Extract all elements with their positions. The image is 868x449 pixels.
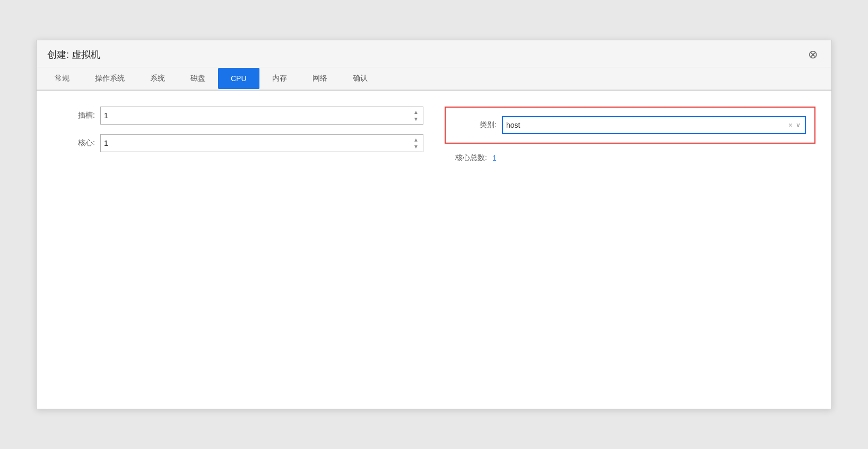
right-section-highlighted: 类别: × ∨ xyxy=(445,107,815,144)
cores-input-wrap: ▲ ▼ xyxy=(100,134,423,152)
tab-bar: 常规 操作系统 系统 磁盘 CPU 内存 网络 确认 xyxy=(37,67,831,91)
cores-row: 核心: ▲ ▼ xyxy=(53,134,423,152)
slots-spinner: ▲ ▼ xyxy=(412,109,420,122)
tab-general[interactable]: 常规 xyxy=(42,67,82,90)
slots-input-wrap: ▲ ▼ xyxy=(100,107,423,125)
close-button[interactable]: ⊗ xyxy=(805,48,821,61)
tab-disk[interactable]: 磁盘 xyxy=(178,67,218,90)
dialog-header: 创建: 虚拟机 ⊗ xyxy=(37,40,831,67)
cores-spinner: ▲ ▼ xyxy=(412,137,420,150)
category-dropdown-button[interactable]: ∨ xyxy=(795,122,802,128)
cores-increment[interactable]: ▲ xyxy=(412,137,420,143)
category-clear-button[interactable]: × xyxy=(786,121,795,129)
dialog: 创建: 虚拟机 ⊗ 常规 操作系统 系统 磁盘 CPU 内存 网络 确认 插槽: xyxy=(36,40,832,409)
right-section: 类别: × ∨ 核心总数: 1 xyxy=(445,107,815,393)
slots-increment[interactable]: ▲ xyxy=(412,109,420,116)
left-section: 插槽: ▲ ▼ 核心: ▲ xyxy=(53,107,423,393)
tab-network[interactable]: 网络 xyxy=(300,67,340,90)
total-cores-label: 核心总数: xyxy=(445,153,487,163)
tab-memory[interactable]: 内存 xyxy=(259,67,300,90)
tab-cpu[interactable]: CPU xyxy=(218,68,259,89)
cores-decrement[interactable]: ▼ xyxy=(412,144,420,150)
category-label: 类别: xyxy=(454,120,497,130)
slots-decrement[interactable]: ▼ xyxy=(412,116,420,122)
category-combo-wrap: × ∨ xyxy=(502,116,806,134)
total-cores-value: 1 xyxy=(492,154,497,162)
dialog-body: 插槽: ▲ ▼ 核心: ▲ xyxy=(37,91,831,409)
slots-row: 插槽: ▲ ▼ xyxy=(53,107,423,125)
cores-input[interactable] xyxy=(104,139,410,147)
slots-label: 插槽: xyxy=(53,111,95,120)
cores-label: 核心: xyxy=(53,138,95,148)
tab-os[interactable]: 操作系统 xyxy=(82,67,137,90)
slots-input[interactable] xyxy=(104,111,410,120)
dialog-title: 创建: 虚拟机 xyxy=(47,48,100,61)
tab-confirm[interactable]: 确认 xyxy=(340,67,380,90)
tab-system[interactable]: 系统 xyxy=(137,67,178,90)
category-row: 类别: × ∨ xyxy=(454,116,806,134)
total-cores-row: 核心总数: 1 xyxy=(445,153,815,163)
category-input[interactable] xyxy=(506,121,786,129)
